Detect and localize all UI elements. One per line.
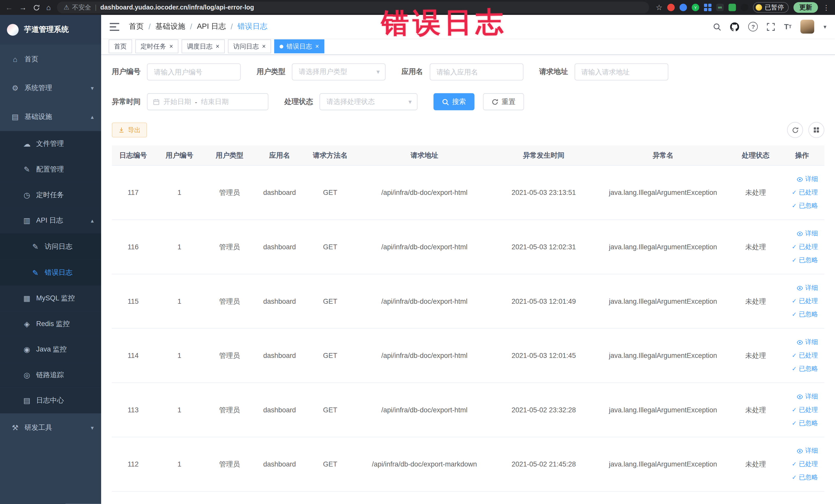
sidebar-item-mysql-monitor[interactable]: ▦ MySQL 监控 <box>0 285 101 311</box>
mark-ignored-link[interactable]: ✓已忽略 <box>792 201 818 210</box>
sidebar-item-java-monitor[interactable]: ◉ Java 监控 <box>0 337 101 362</box>
sidebar-item-dev-tools[interactable]: ⚒ 研发工具 ▾ <box>0 414 101 442</box>
hamburger-menu-icon[interactable] <box>109 23 119 31</box>
mark-ignored-link[interactable]: ✓已忽略 <box>792 473 818 482</box>
sidebar-item-redis-monitor[interactable]: ◈ Redis 监控 <box>0 311 101 337</box>
search-icon <box>442 98 449 105</box>
extension-icon[interactable] <box>704 4 712 11</box>
breadcrumb-infrastructure[interactable]: 基础设施 <box>156 22 185 31</box>
mark-ignored-link[interactable]: ✓已忽略 <box>792 364 818 373</box>
mark-processed-link[interactable]: ✓已处理 <box>792 405 818 415</box>
app-logo[interactable]: 芋道管理系统 <box>0 15 101 45</box>
bookmark-star-icon[interactable]: ☆ <box>656 4 663 11</box>
close-icon[interactable]: × <box>169 43 173 49</box>
close-icon[interactable]: × <box>315 43 319 49</box>
sidebar-item-trace[interactable]: ◎ 链路追踪 <box>0 362 101 388</box>
navbar-actions: ? TT ▾ <box>713 20 827 34</box>
url-text: dashboard.yudao.iocoder.cn/infra/log/api… <box>100 4 254 11</box>
process-status-select[interactable]: 请选择处理状态 ▾ <box>320 93 418 110</box>
extension-icon[interactable] <box>729 4 736 11</box>
infrastructure-icon: ▤ <box>11 113 20 121</box>
breadcrumb-api-log[interactable]: API 日志 <box>197 22 226 31</box>
devtools-icon: ⚒ <box>11 423 20 432</box>
sidebar-item-system-management[interactable]: ⚙ 系统管理 ▾ <box>0 74 101 102</box>
extension-icon[interactable]: on <box>716 4 724 11</box>
extension-icon[interactable] <box>679 4 687 11</box>
mark-processed-link[interactable]: ✓已处理 <box>792 297 818 306</box>
logo-image <box>7 24 19 36</box>
sidebar-item-error-log[interactable]: ✎ 错误日志 <box>0 259 101 285</box>
fullscreen-icon[interactable] <box>767 23 775 31</box>
eye-icon <box>797 339 803 345</box>
gear-icon: ⚙ <box>11 84 20 92</box>
mark-ignored-link[interactable]: ✓已忽略 <box>792 419 818 428</box>
tab-error-log[interactable]: 错误日志 × <box>274 40 324 54</box>
mark-processed-link[interactable]: ✓已处理 <box>792 460 818 468</box>
table-row: 114 1 管理员 dashboard GET /api/infra/db-do… <box>112 329 824 383</box>
paused-extension-chip[interactable]: 已暂停 <box>753 2 789 13</box>
search-button[interactable]: 搜索 <box>433 93 475 110</box>
mark-processed-link[interactable]: ✓已处理 <box>792 242 818 251</box>
home-button[interactable]: ⌂ <box>46 4 51 11</box>
close-icon[interactable]: × <box>262 43 266 49</box>
check-icon: ✓ <box>792 257 796 264</box>
tab-schedule-log[interactable]: 调度日志 × <box>182 40 225 54</box>
sidebar-item-access-log[interactable]: ✎ 访问日志 <box>0 234 101 260</box>
user-type-select[interactable]: 请选择用户类型 ▾ <box>292 63 386 80</box>
column-settings-button[interactable] <box>808 122 824 138</box>
mark-processed-link[interactable]: ✓已处理 <box>792 351 818 360</box>
app-name-input[interactable] <box>429 63 523 80</box>
user-id-input[interactable] <box>147 63 241 80</box>
sidebar-item-home[interactable]: ⌂ 首页 <box>0 45 101 74</box>
process-status-label: 处理状态 <box>284 97 313 106</box>
extension-icon[interactable] <box>741 4 748 11</box>
tab-scheduled-tasks[interactable]: 定时任务 × <box>135 40 178 54</box>
table-row: 115 1 管理员 dashboard GET /api/infra/db-do… <box>112 274 824 329</box>
help-icon[interactable]: ? <box>749 22 758 31</box>
tab-access-log[interactable]: 访问日志 × <box>228 40 271 54</box>
detail-link[interactable]: 详细 <box>797 446 818 456</box>
browser-toolbar: ← → ⌂ ⚠ 不安全 | dashboard.yudao.iocoder.cn… <box>0 0 835 15</box>
sidebar-item-infrastructure[interactable]: ▤ 基础设施 ▴ <box>0 102 101 131</box>
back-button[interactable]: ← <box>5 4 13 11</box>
github-icon[interactable] <box>730 22 739 31</box>
request-url-input[interactable] <box>574 63 668 80</box>
sidebar-item-scheduled-tasks[interactable]: ◷ 定时任务 <box>0 182 101 208</box>
security-status[interactable]: ⚠ 不安全 <box>64 3 91 12</box>
detail-link[interactable]: 详细 <box>797 229 818 238</box>
export-button[interactable]: 导出 <box>112 122 147 137</box>
user-avatar[interactable] <box>801 20 814 34</box>
detail-link[interactable]: 详细 <box>797 392 818 401</box>
detail-link[interactable]: 详细 <box>797 175 818 184</box>
sidebar-item-api-log[interactable]: ▥ API 日志 ▴ <box>0 208 101 234</box>
search-icon[interactable] <box>713 23 721 31</box>
extension-icon[interactable]: Y <box>692 4 699 11</box>
check-icon: ✓ <box>792 365 796 372</box>
breadcrumb-home[interactable]: 首页 <box>129 22 144 31</box>
filter-row-2: 异常时间 开始日期 - 结束日期 处理状态 请选 <box>112 93 824 110</box>
close-icon[interactable]: × <box>216 43 220 49</box>
browser-menu-icon[interactable]: ⋮ <box>823 3 830 11</box>
forward-button[interactable]: → <box>19 4 27 11</box>
sidebar-item-log-center[interactable]: ▤ 日志中心 <box>0 388 101 414</box>
reset-button[interactable]: 重置 <box>483 93 524 110</box>
extension-icon[interactable] <box>667 4 675 11</box>
mark-ignored-link[interactable]: ✓已忽略 <box>792 256 818 265</box>
detail-link[interactable]: 详细 <box>797 338 818 347</box>
detail-link[interactable]: 详细 <box>797 283 818 293</box>
exception-time-range-picker[interactable]: 开始日期 - 结束日期 <box>147 93 268 110</box>
font-size-icon[interactable]: TT <box>784 22 792 31</box>
tab-home[interactable]: 首页 <box>108 40 132 54</box>
browser-window: ← → ⌂ ⚠ 不安全 | dashboard.yudao.iocoder.cn… <box>0 0 835 504</box>
mark-ignored-link[interactable]: ✓已忽略 <box>792 310 818 319</box>
avatar-dropdown-caret-icon[interactable]: ▾ <box>823 23 826 30</box>
refresh-button[interactable] <box>787 122 803 138</box>
reload-button[interactable] <box>33 4 40 11</box>
top-navbar: 首页 / 基础设施 / API 日志 / 错误日志 <box>101 15 835 38</box>
browser-update-button[interactable]: 更新 <box>793 2 818 13</box>
sidebar-item-config-management[interactable]: ✎ 配置管理 <box>0 157 101 182</box>
trace-icon: ◎ <box>22 371 31 379</box>
sidebar-item-file-management[interactable]: ☁ 文件管理 <box>0 131 101 157</box>
address-bar[interactable]: ⚠ 不安全 | dashboard.yudao.iocoder.cn/infra… <box>57 2 649 13</box>
mark-processed-link[interactable]: ✓已处理 <box>792 188 818 197</box>
